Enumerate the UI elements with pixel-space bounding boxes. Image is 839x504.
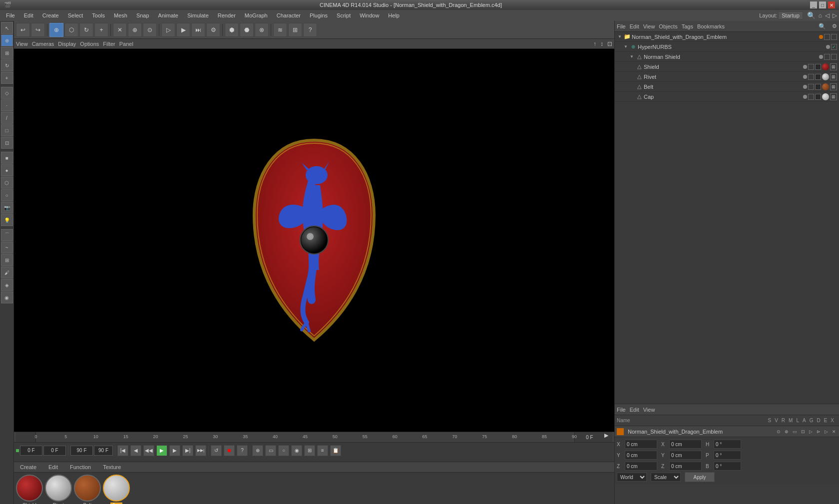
tool-point-mode[interactable]: · xyxy=(1,99,13,111)
viewport-menu-cameras[interactable]: Cameras xyxy=(32,41,54,47)
menu-mograph[interactable]: MoGraph xyxy=(241,10,272,20)
blt-vis2[interactable] xyxy=(815,84,821,90)
grid-button[interactable]: ⊞ xyxy=(288,23,302,37)
root-vis2[interactable] xyxy=(831,34,837,40)
viewport-menu-options[interactable]: Options xyxy=(80,41,99,47)
search-button[interactable]: 🔍 xyxy=(807,11,816,19)
menu-window[interactable]: Window xyxy=(356,10,383,20)
menu-help[interactable]: Help xyxy=(384,10,404,20)
blt-tag1[interactable]: ⊞ xyxy=(830,83,837,90)
tool-cylinder[interactable]: ⬡ xyxy=(1,177,13,189)
maximize-button[interactable]: □ xyxy=(819,1,826,8)
menu-script[interactable]: Script xyxy=(333,10,355,20)
ns-vis2[interactable] xyxy=(831,54,837,60)
z-pos-field[interactable] xyxy=(625,462,657,471)
end-frame-field[interactable] xyxy=(70,446,93,456)
rotate-button[interactable]: ⊙ xyxy=(143,23,157,37)
view-scale-button[interactable]: + xyxy=(94,23,108,37)
tool-null[interactable]: ○ xyxy=(1,189,13,201)
tool-rotate[interactable]: ↻ xyxy=(1,59,13,71)
forward-button[interactable]: ▷ xyxy=(833,12,837,19)
om-settings-icon[interactable]: ⚙ xyxy=(832,23,837,29)
keyframe-record-button[interactable]: ⏺ xyxy=(224,445,235,456)
titlebar-controls[interactable]: _ □ ✕ xyxy=(810,1,835,8)
material-rivet[interactable]: Rivet xyxy=(45,475,72,504)
material-function[interactable]: Function xyxy=(66,462,95,472)
menu-plugins[interactable]: Plugins xyxy=(306,10,332,20)
viewport-icon3[interactable]: ⊡ xyxy=(607,40,612,47)
generator-button[interactable]: ⬣ xyxy=(240,23,254,37)
minimize-button[interactable]: _ xyxy=(810,1,817,8)
rv-vis2[interactable] xyxy=(815,74,821,80)
om-menu-objects[interactable]: Objects xyxy=(659,23,677,29)
p-rot-field[interactable] xyxy=(714,451,741,460)
om-search-icon[interactable]: 🔍 xyxy=(819,23,826,30)
sh-vis2[interactable] xyxy=(815,64,821,70)
ns-vis1[interactable] xyxy=(824,54,830,60)
obj-row-shield[interactable]: △ Shield ⊞ xyxy=(615,62,839,72)
menu-tools[interactable]: Tools xyxy=(88,10,109,20)
blt-vis1[interactable] xyxy=(808,84,814,90)
material-texture[interactable]: Texture xyxy=(99,462,125,472)
deformer-button[interactable]: ⬢ xyxy=(225,23,239,37)
go-to-next-button[interactable]: ▶▶| xyxy=(195,445,206,456)
viewport-icon1[interactable]: ↑ xyxy=(593,40,596,47)
tool-texture[interactable]: ◈ xyxy=(1,279,13,291)
attr-icon4[interactable]: ⊡ xyxy=(801,429,805,434)
cap-tag1[interactable]: ⊞ xyxy=(830,93,837,100)
rv-tag1[interactable]: ⊞ xyxy=(830,73,837,80)
tool-grid[interactable]: ⊞ xyxy=(1,254,13,266)
play-button[interactable]: ▶ xyxy=(156,445,167,456)
obj-row-belt[interactable]: △ Belt ⊞ xyxy=(615,82,839,92)
keyframe-help-button[interactable]: ? xyxy=(237,445,248,456)
obj-row-rivet[interactable]: △ Rivet ⊞ xyxy=(615,72,839,82)
attr-icon7[interactable]: ▷ xyxy=(825,429,828,434)
next-frame-button[interactable]: ▶ xyxy=(169,445,180,456)
x-pos-field[interactable] xyxy=(625,440,657,449)
viewport-icon2[interactable]: ↕ xyxy=(600,40,603,47)
material-belt[interactable]: Belt xyxy=(74,475,101,504)
keyframe-loop-button[interactable]: ↺ xyxy=(211,445,222,456)
menu-select[interactable]: Select xyxy=(64,10,87,20)
rv-vis1[interactable] xyxy=(808,74,814,80)
render-to-po-button[interactable]: ⏭ xyxy=(191,23,205,37)
tool-light[interactable]: 💡 xyxy=(1,214,13,226)
current-frame-input[interactable] xyxy=(43,446,66,456)
tool-poly-mode[interactable]: □ xyxy=(1,124,13,136)
viewport-menu-view[interactable]: View xyxy=(16,41,28,47)
view-perspective-button[interactable]: ⊕ xyxy=(49,23,63,37)
close-button[interactable]: ✕ xyxy=(828,1,835,8)
attr-menu-view[interactable]: View xyxy=(643,407,655,413)
help-button[interactable]: ? xyxy=(303,23,317,37)
attr-icon5[interactable]: ▷ xyxy=(809,429,813,434)
attr-icon6[interactable]: ⊳ xyxy=(817,429,821,434)
undo-button[interactable]: ↩ xyxy=(16,23,30,37)
obj-row-cap[interactable]: △ Cap ⊞ xyxy=(615,92,839,102)
x-size-field[interactable] xyxy=(669,440,702,449)
menu-render[interactable]: Render xyxy=(214,10,240,20)
attr-icon1[interactable]: ⊙ xyxy=(777,429,781,434)
om-menu-edit[interactable]: Edit xyxy=(630,23,639,29)
tool-cursor[interactable]: ↖ xyxy=(1,22,13,34)
tool-cube[interactable]: ■ xyxy=(1,152,13,164)
h-rot-field[interactable] xyxy=(714,440,741,449)
tool-spline[interactable]: ~ xyxy=(1,242,13,253)
viewport[interactable] xyxy=(14,49,614,432)
y-pos-field[interactable] xyxy=(625,451,657,460)
timeline-button[interactable]: 📋 xyxy=(330,445,341,456)
om-menu-view[interactable]: View xyxy=(643,23,655,29)
y-size-field[interactable] xyxy=(669,451,702,460)
motion-button[interactable]: ○ xyxy=(278,445,289,456)
home-button[interactable]: ⌂ xyxy=(819,12,822,19)
menu-mesh[interactable]: Mesh xyxy=(110,10,131,20)
render-settings-button[interactable]: ⚙ xyxy=(206,23,220,37)
tool-paint[interactable]: 🖌 xyxy=(1,266,13,278)
move-button[interactable]: ⊕ xyxy=(128,23,142,37)
view-object-button[interactable]: ⬡ xyxy=(64,23,78,37)
root-vis1[interactable] xyxy=(824,34,830,40)
om-menu-file[interactable]: File xyxy=(617,23,626,29)
attr-menu-edit[interactable]: Edit xyxy=(630,407,639,413)
start-frame-input[interactable] xyxy=(20,446,42,456)
menu-animate[interactable]: Animate xyxy=(154,10,182,20)
tool-move[interactable]: ⊕ xyxy=(1,34,13,46)
